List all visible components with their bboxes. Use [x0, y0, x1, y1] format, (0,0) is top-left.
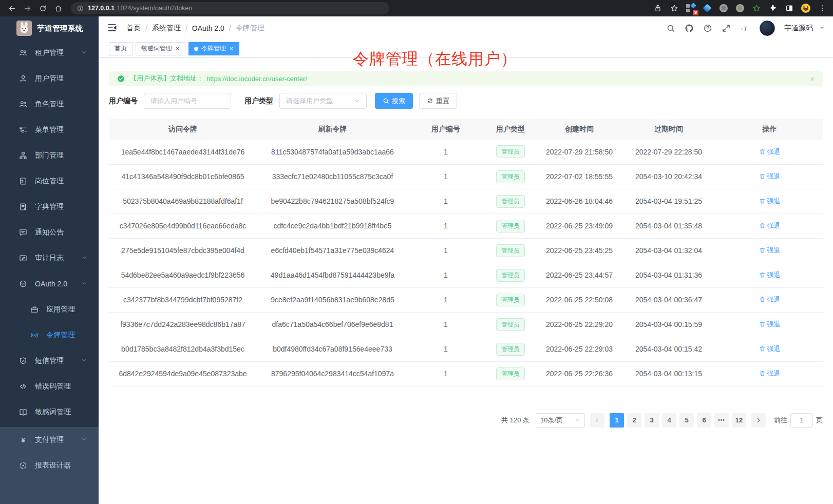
force-logout-button[interactable]: 强退: [759, 172, 781, 181]
extension-diamond-icon[interactable]: [702, 3, 713, 14]
prev-page-button[interactable]: [590, 413, 604, 428]
sidebar-item-post[interactable]: 岗位管理: [0, 168, 99, 194]
collapse-sidebar-icon[interactable]: [107, 23, 118, 34]
user-avatar[interactable]: [760, 21, 775, 36]
trash-icon: [759, 198, 766, 204]
browser-forward-icon[interactable]: [21, 2, 34, 15]
cell-access-token: 6d842e2924594de9a09e45e087323abe: [109, 361, 257, 386]
search-icon[interactable]: [664, 22, 677, 35]
force-logout-button[interactable]: 强退: [759, 369, 781, 378]
extension-dot-icon[interactable]: [734, 3, 746, 14]
font-size-icon[interactable]: TT: [738, 22, 751, 35]
chevron-down-icon[interactable]: [819, 24, 825, 33]
page-button-5[interactable]: 5: [679, 413, 694, 428]
tab-close-icon[interactable]: ×: [175, 45, 180, 52]
page-button-2[interactable]: 2: [627, 413, 641, 428]
profile-smiley-icon[interactable]: [800, 3, 811, 14]
split-screen-icon[interactable]: [784, 3, 795, 14]
tab-首页[interactable]: 首页: [109, 42, 132, 55]
browser-menu-icon[interactable]: [817, 3, 828, 14]
sidebar-item-dict[interactable]: 字典管理: [0, 194, 99, 220]
browser-back-icon[interactable]: [5, 2, 18, 15]
extensions-puzzle-icon[interactable]: [767, 3, 779, 14]
cell-created-time: 2022-07-29 21:58:50: [538, 140, 621, 164]
page-button-3[interactable]: 3: [645, 413, 659, 428]
user-id-input[interactable]: [144, 93, 231, 109]
browser-home-icon[interactable]: [51, 2, 65, 15]
force-logout-button[interactable]: 强退: [759, 320, 781, 329]
breadcrumb-item[interactable]: OAuth 2.0: [192, 24, 224, 32]
app-logo[interactable]: 芋道管理系统: [0, 16, 99, 40]
sidebar-item-role[interactable]: 角色管理: [0, 91, 99, 117]
breadcrumb-item[interactable]: 系统管理: [152, 24, 181, 33]
page-buttons: 123456•••12: [610, 413, 746, 428]
force-logout-button[interactable]: 强退: [759, 344, 781, 354]
sidebar-item-oauth2-app[interactable]: 应用管理: [0, 297, 99, 322]
force-logout-button[interactable]: 强退: [759, 295, 781, 304]
page-button-6[interactable]: 6: [697, 413, 711, 428]
sidebar-item-oauth2[interactable]: OAuth 2.0: [0, 271, 99, 297]
page-button-1[interactable]: 1: [610, 413, 624, 428]
force-logout-button[interactable]: 强退: [759, 197, 781, 206]
tab-令牌管理[interactable]: 令牌管理×: [188, 42, 239, 55]
page-more-button[interactable]: •••: [714, 413, 729, 428]
page-size-select[interactable]: 10条/页: [536, 413, 585, 428]
breadcrumb-item[interactable]: 首页: [126, 24, 141, 33]
sidebar-item-errcode[interactable]: 错误码管理: [0, 374, 99, 399]
help-icon[interactable]: [701, 22, 714, 35]
cell-expire-time: 2054-03-04 00:15:42: [621, 337, 716, 361]
user-type-badge: 管理员: [496, 195, 525, 208]
sidebar-item-notice[interactable]: 通知公告: [0, 220, 99, 245]
sidebar-item-report[interactable]: 报表设计器: [0, 453, 99, 478]
next-page-button[interactable]: [751, 413, 766, 428]
sidebar-item-oauth2-token[interactable]: 令牌管理: [0, 322, 99, 348]
force-logout-button[interactable]: 强退: [759, 270, 781, 280]
extension-star-icon[interactable]: [751, 3, 762, 14]
sidebar-item-menu[interactable]: 菜单管理: [0, 117, 99, 143]
extension-grid-icon[interactable]: 9: [685, 3, 696, 14]
github-icon[interactable]: [683, 22, 696, 35]
cell-expire-time: 2022-07-29 22:28:50: [621, 140, 716, 164]
sidebar-item-dept[interactable]: 部门管理: [0, 143, 99, 168]
page-size-value: 10条/页: [540, 416, 563, 425]
table-header-row: 访问令牌刷新令牌用户编号用户类型创建时间过期时间操作: [109, 119, 823, 140]
goto-page-input[interactable]: [790, 413, 813, 428]
audit-log-icon: [18, 254, 28, 263]
page-button-4[interactable]: 4: [662, 413, 676, 428]
user-type-select[interactable]: 请选择用户类型: [279, 93, 367, 109]
force-logout-button[interactable]: 强退: [759, 147, 781, 157]
user-name[interactable]: 芋道源码: [784, 24, 813, 33]
table-row: c347026e805e4d99b0d116eae66eda8c cdfc4ce…: [109, 214, 823, 238]
table-header: 用户编号: [408, 119, 483, 140]
sidebar-item-pay[interactable]: ¥ 支付管理: [0, 427, 99, 453]
cell-created-time: 2022-06-25 22:29:20: [538, 312, 621, 337]
app-title: 芋道管理系统: [37, 24, 83, 33]
force-logout-button[interactable]: 强退: [759, 221, 781, 230]
force-logout-button[interactable]: 强退: [759, 246, 781, 255]
sidebar-item-tenant[interactable]: 租户管理: [0, 40, 99, 66]
sidebar-item-sensitive[interactable]: 敏感词管理: [0, 399, 99, 425]
alert-close-icon[interactable]: ×: [810, 74, 815, 83]
cell-expire-time: 2054-03-10 20:42:34: [621, 164, 716, 189]
sidebar-item-user[interactable]: 用户管理: [0, 66, 99, 91]
sidebar-item-audit[interactable]: 审计日志: [0, 245, 99, 271]
tab-close-icon[interactable]: ×: [229, 45, 234, 52]
success-check-icon: [117, 75, 125, 83]
reset-button[interactable]: 重置: [419, 93, 457, 109]
doc-alert: 【用户体系】文档地址： https://doc.iocoder.cn/user-…: [109, 71, 823, 86]
bookmark-star-icon[interactable]: [669, 3, 680, 14]
search-button[interactable]: 搜索: [375, 93, 413, 109]
url-bar[interactable]: 127.0.0.1:1024/system/oauth2/token: [71, 2, 389, 14]
share-icon[interactable]: [652, 3, 664, 14]
page-button-12[interactable]: 12: [732, 413, 746, 428]
table-row: 41c41346a548490f9dc8b01c6bfe0865 333ecfc…: [109, 164, 823, 189]
briefcase-icon: [30, 305, 39, 314]
tab-敏感词管理[interactable]: 敏感词管理×: [136, 42, 185, 55]
user-type-badge: 管理员: [496, 269, 525, 282]
alert-doc-link[interactable]: https://doc.iocoder.cn/user-center/: [206, 75, 307, 83]
sidebar-item-sms[interactable]: 短信管理: [0, 348, 99, 374]
fullscreen-icon[interactable]: [720, 22, 733, 35]
table-header: 过期时间: [621, 119, 716, 140]
extension-command-icon[interactable]: ⌘: [718, 3, 729, 14]
browser-reload-icon[interactable]: [36, 2, 49, 15]
